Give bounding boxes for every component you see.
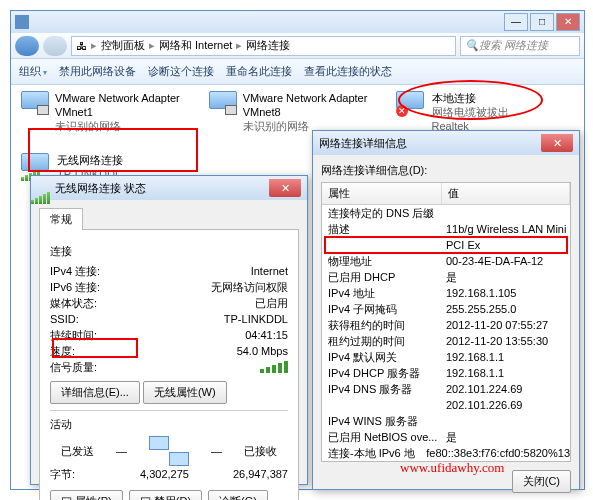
detail-value <box>442 205 570 221</box>
sent-label: 已发送 <box>61 444 94 459</box>
diagnose-button[interactable]: 诊断(G) <box>208 490 268 500</box>
detail-row[interactable]: IPv4 子网掩码255.255.255.0 <box>322 301 570 317</box>
detail-value: 192.168.1.1 <box>442 365 570 381</box>
detail-key: IPv4 DNS 服务器 <box>322 381 442 397</box>
detail-row[interactable]: IPv4 地址192.168.1.105 <box>322 285 570 301</box>
group-connection: 连接 <box>50 244 288 259</box>
detail-row[interactable]: 描述11b/g Wireless LAN Mini PCI Ex <box>322 221 570 253</box>
activity-icon <box>149 436 189 466</box>
close-button[interactable]: ✕ <box>556 13 580 31</box>
search-input[interactable]: 🔍 搜索 网络连接 <box>460 36 580 56</box>
details-subtitle: 网络连接详细信息(D): <box>321 163 571 178</box>
dialog-title: 无线网络连接 状态 <box>55 181 146 196</box>
col-value[interactable]: 值 <box>442 183 570 204</box>
detail-value: 192.168.1.105 <box>442 285 570 301</box>
titlebar: — □ ✕ <box>11 11 584 33</box>
maximize-button[interactable]: □ <box>530 13 554 31</box>
adapter-sub: 未识别的网络 <box>55 119 199 133</box>
detail-value: 11b/g Wireless LAN Mini PCI Ex <box>442 221 570 253</box>
adapter-name: 本地连接 <box>432 91 575 105</box>
breadcrumb-root-icon: 🖧 <box>76 40 87 52</box>
detail-value: 202.101.224.69 <box>442 381 570 397</box>
detail-row[interactable]: 已启用 NetBIOS ove...是 <box>322 429 570 445</box>
status-dialog: 无线网络连接 状态 ✕ 常规 连接 IPv4 连接:Internet IPv6 … <box>30 175 308 485</box>
close-button[interactable]: 关闭(C) <box>512 470 571 493</box>
col-property[interactable]: 属性 <box>322 183 442 204</box>
detail-key: 租约过期的时间 <box>322 333 442 349</box>
detail-key: 描述 <box>322 221 442 253</box>
wireless-props-button[interactable]: 无线属性(W) <box>143 381 227 404</box>
detail-key: IPv4 DHCP 服务器 <box>322 365 442 381</box>
navbar: 🖧 ▸ 控制面板 ▸ 网络和 Internet ▸ 网络连接 🔍 搜索 网络连接 <box>11 33 584 59</box>
dialog-close-button[interactable]: ✕ <box>541 134 573 152</box>
detail-row[interactable]: 获得租约的时间2012-11-20 07:55:27 <box>322 317 570 333</box>
detail-value: 255.255.255.0 <box>442 301 570 317</box>
detail-key: 获得租约的时间 <box>322 317 442 333</box>
detail-key: 连接特定的 DNS 后缀 <box>322 205 442 221</box>
adapter-name: 无线网络连接 <box>57 153 201 167</box>
properties-button[interactable]: 🛡 属性(P) <box>50 490 123 500</box>
breadcrumb-item[interactable]: 控制面板 <box>101 38 145 53</box>
recv-label: 已接收 <box>244 444 277 459</box>
detail-row[interactable]: IPv4 DHCP 服务器192.168.1.1 <box>322 365 570 381</box>
detail-value: 2012-11-20 07:55:27 <box>442 317 570 333</box>
detail-row[interactable]: 202.101.226.69 <box>322 397 570 413</box>
signal-bars-icon <box>260 359 288 373</box>
disable-button[interactable]: 🛡 禁用(D) <box>129 490 202 500</box>
detail-value: 是 <box>442 429 570 445</box>
detail-row[interactable]: 已启用 DHCP是 <box>322 269 570 285</box>
window-icon <box>15 15 29 29</box>
signal-icon <box>37 181 51 195</box>
adapter-name: VMware Network Adapter VMnet8 <box>243 91 387 119</box>
toolbar-rename[interactable]: 重命名此连接 <box>226 64 292 79</box>
dialog-titlebar: 无线网络连接 状态 ✕ <box>31 176 307 200</box>
detail-value: 202.101.226.69 <box>442 397 570 413</box>
toolbar-diagnose[interactable]: 诊断这个连接 <box>148 64 214 79</box>
detail-value: 2012-11-20 13:55:30 <box>442 333 570 349</box>
disconnected-icon: ✕ <box>396 105 408 117</box>
search-icon: 🔍 <box>465 39 479 52</box>
tab-general[interactable]: 常规 <box>39 208 83 230</box>
detail-key: 已启用 NetBIOS ove... <box>322 429 442 445</box>
detail-key: IPv4 默认网关 <box>322 349 442 365</box>
details-list: 属性 值 连接特定的 DNS 后缀描述11b/g Wireless LAN Mi… <box>321 182 571 462</box>
detail-value: 00-23-4E-DA-FA-12 <box>442 253 570 269</box>
breadcrumb[interactable]: 🖧 ▸ 控制面板 ▸ 网络和 Internet ▸ 网络连接 <box>71 36 456 56</box>
adapter-vmnet1[interactable]: VMware Network Adapter VMnet1 未识别的网络 <box>21 91 199 147</box>
detail-value: 是 <box>442 269 570 285</box>
detail-key <box>322 397 442 413</box>
dialog-close-button[interactable]: ✕ <box>269 179 301 197</box>
detail-row[interactable]: IPv4 DNS 服务器202.101.224.69 <box>322 381 570 397</box>
toolbar-view-status[interactable]: 查看此连接的状态 <box>304 64 392 79</box>
detail-row[interactable]: IPv4 默认网关192.168.1.1 <box>322 349 570 365</box>
group-activity: 活动 <box>50 417 288 432</box>
search-placeholder: 搜索 网络连接 <box>479 38 548 53</box>
nav-forward-button[interactable] <box>43 36 67 56</box>
detail-key: IPv4 WINS 服务器 <box>322 413 442 429</box>
dialog-title: 网络连接详细信息 <box>319 136 407 151</box>
toolbar: 组织 禁用此网络设备 诊断这个连接 重命名此连接 查看此连接的状态 <box>11 59 584 85</box>
signal-quality-label: 信号质量: <box>50 359 140 375</box>
breadcrumb-item[interactable]: 网络连接 <box>246 38 290 53</box>
toolbar-disable[interactable]: 禁用此网络设备 <box>59 64 136 79</box>
adapter-name: VMware Network Adapter VMnet1 <box>55 91 199 119</box>
details-button[interactable]: 详细信息(E)... <box>50 381 140 404</box>
toolbar-organize[interactable]: 组织 <box>19 64 47 79</box>
detail-row[interactable]: IPv4 WINS 服务器 <box>322 413 570 429</box>
detail-key: 已启用 DHCP <box>322 269 442 285</box>
watermark: www.ufidawhy.com <box>400 460 504 476</box>
detail-key: IPv4 地址 <box>322 285 442 301</box>
dialog-titlebar: 网络连接详细信息 ✕ <box>313 131 579 155</box>
minimize-button[interactable]: — <box>504 13 528 31</box>
detail-key: IPv4 子网掩码 <box>322 301 442 317</box>
detail-value <box>442 413 570 429</box>
detail-row[interactable]: 租约过期的时间2012-11-20 13:55:30 <box>322 333 570 349</box>
nav-back-button[interactable] <box>15 36 39 56</box>
adapter-sub: 网络电缆被拔出 <box>432 105 575 119</box>
detail-row[interactable]: 物理地址00-23-4E-DA-FA-12 <box>322 253 570 269</box>
detail-key: 物理地址 <box>322 253 442 269</box>
bytes-label: 字节: <box>50 466 140 482</box>
detail-row[interactable]: 连接特定的 DNS 后缀 <box>322 205 570 221</box>
breadcrumb-item[interactable]: 网络和 Internet <box>159 38 232 53</box>
details-dialog: 网络连接详细信息 ✕ 网络连接详细信息(D): 属性 值 连接特定的 DNS 后… <box>312 130 580 490</box>
